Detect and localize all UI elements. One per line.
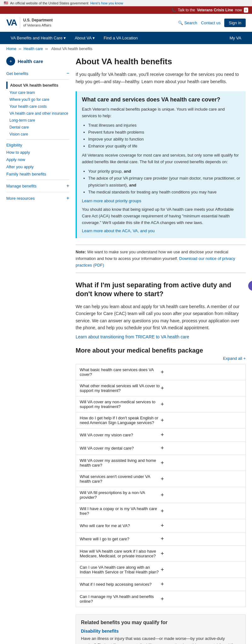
phone-icon: 📞 xyxy=(171,8,176,12)
section2-wrapper: What if I'm just separating from active … xyxy=(76,281,246,299)
related-text: Have an illness or injury that was cause… xyxy=(81,635,240,644)
crisis-banner: 📞 Talk to the Veterans Crisis Line now › xyxy=(0,6,252,14)
flag-icon: 🇺🇸 xyxy=(4,1,8,5)
intro-text: If you qualify for VA health care, you'l… xyxy=(76,71,246,85)
sidebar-item-care-team: Your care team xyxy=(9,89,69,96)
accordion-toggle-10: + xyxy=(161,508,242,515)
accordion-item-6[interactable]: Will VA cover my dental care? + xyxy=(76,441,246,455)
sidebar-about-va-health[interactable]: About VA health benefits xyxy=(6,82,69,89)
accordion-item-14[interactable]: Can I use VA health care along with an I… xyxy=(76,561,246,578)
breadcrumb-sep1: ›› xyxy=(19,47,22,51)
accordion-toggle-7: + xyxy=(161,460,242,466)
accordion-item-16[interactable]: Can I manage my VA health and benefits o… xyxy=(76,591,246,607)
accordion-toggle-6: + xyxy=(161,445,242,451)
accordion-label-8: What services aren't covered under VA he… xyxy=(80,474,161,484)
accordion-label-5: Will VA cover my vision care? xyxy=(80,433,161,437)
sidebar-get-benefits[interactable]: Get benefits − xyxy=(6,69,69,78)
sidebar-manage-benefits[interactable]: Manage benefits + xyxy=(6,182,69,190)
accordion-label-14: Can I use VA health care along with an I… xyxy=(80,565,161,574)
section2-text: We can help you learn about and apply fo… xyxy=(76,303,246,331)
sidebar-link-insurance[interactable]: VA health care and other insurance xyxy=(9,111,68,116)
disability-benefits-link[interactable]: Disability benefits xyxy=(81,629,119,634)
sidebar-more-resources[interactable]: More resources + xyxy=(6,194,69,202)
accordion-toggle-13: + xyxy=(161,550,242,557)
accordion-toggle-14: + xyxy=(161,566,242,573)
search-icon: 🔍 xyxy=(178,20,183,25)
sidebar-link-costs[interactable]: Your health care costs xyxy=(9,104,47,109)
accordion-item-15[interactable]: What if I need help accessing services? … xyxy=(76,578,246,591)
sidebar-icon: + xyxy=(6,57,15,66)
accordion-toggle-11: + xyxy=(161,522,242,529)
breadcrumb-health-care[interactable]: Health care xyxy=(24,47,43,51)
contact-us-link[interactable]: Contact us xyxy=(201,20,220,25)
note-text: Note: We want to make sure you understan… xyxy=(76,249,246,268)
bullet-item: Improve your ability to function xyxy=(88,136,241,143)
info-box-para1: Each Veteran's medical benefits package … xyxy=(82,106,241,119)
crisis-line-link[interactable]: Veterans Crisis Line xyxy=(197,8,233,12)
logo-area: VA U.S. Department of Veterans Affairs xyxy=(6,17,53,28)
nav-benefits-health[interactable]: VA Benefits and Health Care ▾ xyxy=(6,32,70,44)
logo-divider xyxy=(20,17,20,28)
sidebar-header-text: Health care xyxy=(18,59,43,64)
main-content: + Health care Get benefits − About VA he… xyxy=(0,54,252,644)
accordion-toggle-3: + xyxy=(161,401,242,408)
expand-all[interactable]: Expand all + xyxy=(76,356,246,361)
crisis-suffix: now xyxy=(235,8,242,12)
sidebar-apply-now[interactable]: Apply now xyxy=(6,156,69,163)
accordion-item-11[interactable]: Who will care for me at VA? + xyxy=(76,519,246,532)
accordion-label-7: Will VA cover my assisted living and hom… xyxy=(80,458,161,468)
bullet-item: Your priority group, and xyxy=(88,168,241,175)
accordion-label-15: What if I need help accessing services? xyxy=(80,582,161,587)
accordion-item-10[interactable]: Will I have a copay or is my VA health c… xyxy=(76,503,246,519)
sidebar-manage-label: Manage benefits xyxy=(6,184,37,188)
accordion-toggle-16: + xyxy=(161,596,242,602)
nav-find-location[interactable]: Find a VA Location xyxy=(99,32,142,44)
bullet-item: Enhance your quality of life xyxy=(88,143,241,150)
va-logo: VA xyxy=(6,18,17,28)
accordion-item-4[interactable]: How do I get help if I don't speak Engli… xyxy=(76,412,246,428)
accordion-label-16: Can I manage my VA health and benefits o… xyxy=(80,594,161,604)
accordion-label-2: What other medical services will VA cove… xyxy=(80,383,161,393)
accordion-item-5[interactable]: Will VA cover my vision care? + xyxy=(76,428,246,442)
page-title: About VA health benefits xyxy=(76,57,246,66)
article: About VA health benefits If you qualify … xyxy=(76,54,246,644)
search-link[interactable]: 🔍 Search xyxy=(178,20,197,25)
accordion-item-8[interactable]: What services aren't covered under VA he… xyxy=(76,471,246,487)
nav-my-va[interactable]: My VA xyxy=(225,32,246,44)
breadcrumb-current: About VA health benefits xyxy=(51,47,93,51)
sidebar-link-dental[interactable]: Dental care xyxy=(9,125,29,129)
sidebar-item-costs: Your health care costs xyxy=(9,103,69,110)
sidebar-link-care-team[interactable]: Your care team xyxy=(9,90,35,95)
sidebar-link-longterm[interactable]: Long-term care xyxy=(9,118,35,123)
note-box: Note: We want to make sure you understan… xyxy=(76,244,246,273)
sidebar-link-vision[interactable]: Vision care xyxy=(9,132,28,136)
sign-in-button[interactable]: Sign in xyxy=(224,19,246,27)
accordion-item-13[interactable]: How will VA health care work if I also h… xyxy=(76,545,246,562)
tricare-link[interactable]: Learn about transitioning from TRICARE t… xyxy=(76,334,189,339)
accordion-label-1: What basic health care services does VA … xyxy=(80,367,161,377)
aca-link[interactable]: Learn more about the ACA, VA, and you xyxy=(82,228,241,233)
sidebar-family-health[interactable]: Family health benefits xyxy=(6,170,69,178)
accordion-toggle-5: + xyxy=(161,432,242,438)
accordion-toggle-4: + xyxy=(161,417,242,424)
sidebar-item-where-go: Where you'll go for care xyxy=(9,96,69,103)
accordion-item-7[interactable]: Will VA cover my assisted living and hom… xyxy=(76,455,246,471)
sidebar-how-to-apply[interactable]: How to apply xyxy=(6,149,69,156)
sidebar-link-where-go[interactable]: Where you'll go for care xyxy=(9,97,49,102)
gov-banner-text: An official website of the United States… xyxy=(10,1,89,5)
accordion-item-1[interactable]: What basic health care services does VA … xyxy=(76,364,246,380)
priority-groups-link[interactable]: Learn more about priority groups xyxy=(82,198,141,203)
accordion-item-3[interactable]: Will VA cover any non-medical services t… xyxy=(76,396,246,412)
accordion-item-12[interactable]: Where will I go to get care? + xyxy=(76,532,246,546)
nav-about-va[interactable]: About VA ▾ xyxy=(70,32,99,44)
sidebar-eligibility[interactable]: Eligibility xyxy=(6,141,69,149)
accordion-label-11: Who will care for me at VA? xyxy=(80,523,161,528)
crisis-text: Talk to the xyxy=(178,8,195,12)
bullet-item: The advice of your VA primary care provi… xyxy=(88,175,241,189)
sidebar-after-apply[interactable]: After you apply xyxy=(6,163,69,170)
search-label: Search xyxy=(184,20,197,25)
accordion-item-2[interactable]: What other medical services will VA cove… xyxy=(76,380,246,396)
breadcrumb-home[interactable]: Home xyxy=(6,47,16,51)
accordion-item-9[interactable]: Will VA fill prescriptions by a non-VA p… xyxy=(76,487,246,503)
how-you-know-link[interactable]: Here's how you know xyxy=(90,1,123,5)
